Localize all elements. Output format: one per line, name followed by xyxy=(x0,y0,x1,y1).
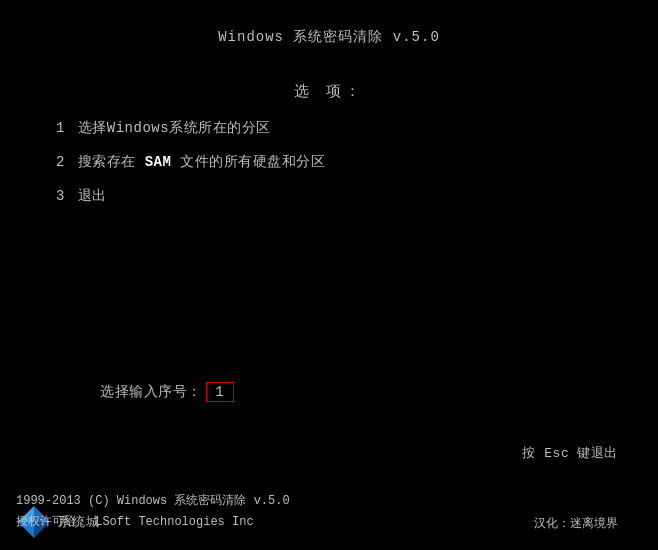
esc-note: 按 Esc 键退出 xyxy=(522,444,618,462)
app-title: Windows 系统密码清除 v.5.0 xyxy=(218,29,440,45)
menu-num-3: 3 xyxy=(56,188,65,204)
sequence-input[interactable]: 1 xyxy=(206,382,234,402)
menu-item-1[interactable]: 1 选择Windows系统所在的分区 xyxy=(56,119,658,137)
menu-num-1: 1 xyxy=(56,120,65,136)
menu-list: 1 选择Windows系统所在的分区 2 搜索存在 SAM 文件的所有硬盘和分区… xyxy=(56,119,658,205)
menu-item-2[interactable]: 2 搜索存在 SAM 文件的所有硬盘和分区 xyxy=(56,153,658,171)
footer-license: 授权许可给： LSoft Technologies Inc xyxy=(16,512,290,532)
screen: Windows 系统密码清除 v.5.0 选 项： 1 选择Windows系统所… xyxy=(0,0,658,550)
input-section: 选择输入序号： 1 xyxy=(0,382,658,402)
title-bar: Windows 系统密码清除 v.5.0 xyxy=(0,0,658,46)
footer-copyright: 1999-2013 (C) Windows 系统密码清除 v.5.0 xyxy=(16,491,290,511)
menu-sam-highlight: SAM xyxy=(145,154,172,170)
footer-left: 1999-2013 (C) Windows 系统密码清除 v.5.0 授权许可给… xyxy=(16,491,290,532)
menu-item-3[interactable]: 3 退出 xyxy=(56,187,658,205)
menu-text-2-suffix: 文件的所有硬盘和分区 xyxy=(171,154,325,170)
menu-num-2: 2 xyxy=(56,154,65,170)
input-label: 选择输入序号： xyxy=(100,383,202,401)
options-section: 选 项： xyxy=(0,82,658,101)
menu-text-1: 选择Windows系统所在的分区 xyxy=(78,120,271,136)
menu-text-3: 退出 xyxy=(78,188,107,204)
footer-localizer: 汉化：迷离境界 xyxy=(534,515,618,532)
options-label: 选 项： xyxy=(0,82,658,101)
footer: 1999-2013 (C) Windows 系统密码清除 v.5.0 授权许可给… xyxy=(0,490,658,550)
menu-text-2-prefix: 搜索存在 xyxy=(78,154,145,170)
